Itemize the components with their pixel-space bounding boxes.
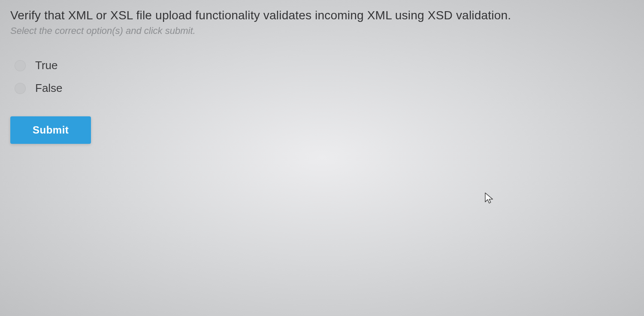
submit-button[interactable]: Submit (10, 116, 91, 144)
option-label: False (35, 82, 63, 95)
quiz-page: Verify that XML or XSL file upload funct… (0, 0, 644, 152)
radio-icon[interactable] (15, 60, 26, 71)
cursor-icon (485, 192, 494, 205)
radio-icon[interactable] (15, 83, 26, 94)
question-text: Verify that XML or XSL file upload funct… (10, 8, 634, 23)
options-group: True False (15, 59, 634, 95)
option-true[interactable]: True (15, 59, 634, 72)
option-false[interactable]: False (15, 82, 634, 95)
option-label: True (35, 59, 58, 72)
question-instruction: Select the correct option(s) and click s… (10, 25, 634, 36)
